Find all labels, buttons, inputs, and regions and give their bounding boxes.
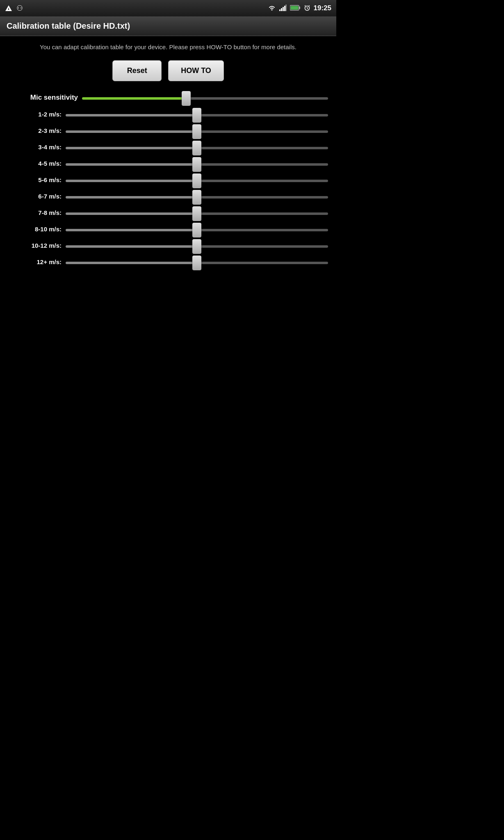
svg-line-13	[307, 8, 308, 9]
slider-input-mic-sensitivity[interactable]	[82, 97, 328, 100]
slider-wrapper-slider-10-12	[66, 242, 328, 249]
slider-row-slider-1-2: 1-2 m/s:	[8, 111, 328, 118]
description-text: You can adapt calibration table for your…	[8, 43, 328, 52]
svg-line-15	[309, 5, 310, 6]
slider-label-slider-6-7: 6-7 m/s:	[8, 193, 62, 200]
slider-wrapper-slider-1-2	[66, 111, 328, 118]
slider-row-slider-12plus: 12+ m/s:	[8, 258, 328, 266]
slider-wrapper-slider-7-8	[66, 209, 328, 217]
button-row: Reset HOW TO	[8, 60, 328, 81]
svg-point-2	[271, 9, 272, 10]
slider-wrapper-slider-6-7	[66, 193, 328, 200]
slider-input-slider-7-8[interactable]	[66, 212, 328, 215]
slider-row-slider-3-4: 3-4 m/s:	[8, 144, 328, 151]
main-content: You can adapt calibration table for your…	[0, 36, 336, 285]
status-bar: ⚇	[0, 0, 336, 16]
slider-row-slider-6-7: 6-7 m/s:	[8, 193, 328, 200]
slider-wrapper-slider-12plus	[66, 258, 328, 266]
slider-input-slider-2-3[interactable]	[66, 130, 328, 133]
slider-row-slider-5-6: 5-6 m/s:	[8, 176, 328, 184]
slider-label-slider-5-6: 5-6 m/s:	[8, 176, 62, 183]
svg-rect-9	[299, 7, 300, 9]
slider-label-slider-4-5: 4-5 m/s:	[8, 160, 62, 167]
slider-input-slider-4-5[interactable]	[66, 163, 328, 166]
slider-input-slider-8-10[interactable]	[66, 229, 328, 231]
slider-row-slider-7-8: 7-8 m/s:	[8, 209, 328, 217]
slider-label-slider-3-4: 3-4 m/s:	[8, 144, 62, 151]
alarm-icon	[304, 5, 310, 12]
slider-row-slider-4-5: 4-5 m/s:	[8, 160, 328, 167]
slider-wrapper-slider-4-5	[66, 160, 328, 167]
slider-wrapper-mic-sensitivity	[82, 94, 328, 101]
slider-input-slider-3-4[interactable]	[66, 147, 328, 149]
slider-row-slider-10-12: 10-12 m/s:	[8, 242, 328, 249]
svg-rect-6	[284, 6, 285, 11]
slider-input-slider-6-7[interactable]	[66, 196, 328, 199]
slider-label-slider-7-8: 7-8 m/s:	[8, 209, 62, 216]
svg-rect-4	[281, 8, 282, 11]
slider-label-slider-1-2: 1-2 m/s:	[8, 111, 62, 118]
slider-row-mic-sensitivity: Mic sensitivity	[8, 94, 328, 102]
slider-wrapper-slider-3-4	[66, 144, 328, 151]
svg-rect-10	[290, 6, 298, 9]
status-bar-right: 19:25	[268, 4, 331, 12]
time-display: 19:25	[314, 4, 331, 12]
svg-rect-7	[285, 5, 287, 11]
slider-row-slider-8-10: 8-10 m/s:	[8, 226, 328, 233]
title-bar: Calibration table (Desire HD.txt)	[0, 16, 336, 36]
battery-icon	[290, 5, 301, 12]
slider-label-mic-sensitivity: Mic sensitivity	[8, 94, 78, 102]
page-title: Calibration table (Desire HD.txt)	[7, 21, 330, 31]
status-bar-left: ⚇	[5, 4, 23, 13]
slider-label-slider-2-3: 2-3 m/s:	[8, 127, 62, 134]
slider-label-slider-12plus: 12+ m/s:	[8, 258, 62, 265]
svg-rect-5	[283, 7, 284, 11]
slider-input-slider-12plus[interactable]	[66, 262, 328, 264]
svg-line-14	[305, 5, 306, 6]
slider-label-slider-10-12: 10-12 m/s:	[8, 242, 62, 249]
slider-wrapper-slider-5-6	[66, 176, 328, 184]
slider-input-slider-1-2[interactable]	[66, 114, 328, 116]
svg-rect-3	[279, 9, 281, 11]
slider-input-slider-10-12[interactable]	[66, 245, 328, 248]
notification-icon	[5, 5, 12, 12]
slider-wrapper-slider-8-10	[66, 226, 328, 233]
usb-icon: ⚇	[16, 4, 23, 13]
slider-input-slider-5-6[interactable]	[66, 180, 328, 182]
slider-wrapper-slider-2-3	[66, 127, 328, 135]
slider-label-slider-8-10: 8-10 m/s:	[8, 226, 62, 233]
signal-icon	[279, 5, 287, 12]
sliders-section: Mic sensitivity1-2 m/s:2-3 m/s:3-4 m/s:4…	[8, 94, 328, 279]
howto-button[interactable]: HOW TO	[168, 60, 224, 81]
reset-button[interactable]: Reset	[112, 60, 162, 81]
wifi-icon	[268, 5, 276, 12]
slider-row-slider-2-3: 2-3 m/s:	[8, 127, 328, 135]
